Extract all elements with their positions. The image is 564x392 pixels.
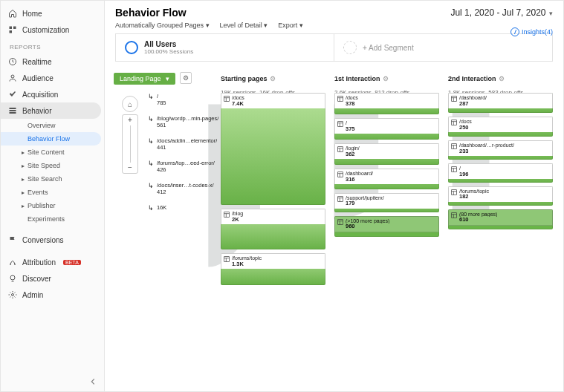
landing-item[interactable]: ↳/docs/addin…elementor/441 (148, 137, 218, 151)
page-icon (337, 146, 343, 152)
node-value: 250 (459, 125, 472, 131)
svg-point-9 (15, 264, 16, 265)
node-value: 1.3K (232, 261, 262, 267)
landing-item-value: 785 (157, 99, 166, 106)
landing-item[interactable]: ↳/docs/inser…t-codes-x/412 (148, 182, 218, 195)
column-settings-button[interactable]: ⚙ (499, 75, 505, 82)
sidebar-item-realtime[interactable]: Realtime (1, 53, 101, 70)
segment-all-users[interactable]: All Users 100.00% Sessions (116, 34, 334, 61)
behavior-flow-chart[interactable]: Landing Page ▾ ⚙ ⌂ + − ↳/785↳/blog/wordp… (105, 66, 563, 391)
column-settings-button[interactable]: ⚙ (383, 75, 389, 82)
landing-item[interactable]: ↳/785 (148, 93, 218, 106)
flow-node[interactable]: (80 more pages)610 (448, 209, 553, 229)
sidebar-sub-publisher[interactable]: ▸Publisher (1, 199, 101, 212)
zoom-slider[interactable]: + − (122, 114, 138, 174)
column-title: 1st Interaction (334, 75, 380, 82)
insights-button[interactable]: Insights(4) (510, 27, 553, 36)
flow-node[interactable]: /support/jupiterx/179 (334, 193, 439, 212)
flow-node[interactable]: /dashboard/316 (334, 169, 439, 189)
node-value: 7.4K (232, 101, 244, 107)
landing-item[interactable]: ↳16K (148, 204, 218, 212)
page-icon (451, 96, 457, 102)
page-icon (451, 166, 457, 172)
page-icon (224, 256, 230, 262)
column-second-interaction: 2nd Interaction⚙1.8K sessions, 583 drop-… (448, 71, 559, 391)
user-icon (8, 74, 17, 82)
insights-icon (510, 27, 519, 36)
sidebar-item-label: Conversions (22, 236, 64, 244)
sidebar-sub-site-speed[interactable]: ▸Site Speed (1, 159, 101, 172)
landing-page-dropdown[interactable]: Landing Page ▾ (114, 73, 175, 85)
node-value: 2K (232, 217, 243, 223)
page-icon (224, 96, 230, 102)
sidebar-item-label: Customization (22, 26, 69, 34)
flow-node[interactable]: /dashboard/287 (448, 93, 553, 113)
landing-item[interactable]: ↳/blog/wordp…min-pages/561 (148, 115, 218, 128)
date-range-picker[interactable]: Jul 1, 2020 - Jul 7, 2020 ▾ (450, 7, 553, 18)
sidebar-item-behavior[interactable]: Behavior (1, 102, 101, 119)
chevron-left-icon (88, 376, 98, 387)
flow-node[interactable]: /login/362 (334, 143, 439, 165)
export-dropdown[interactable]: Export ▾ (278, 22, 303, 29)
sidebar-item-conversions[interactable]: Conversions (1, 232, 101, 248)
grouping-dropdown[interactable]: Automatically Grouped Pages ▾ (115, 22, 210, 29)
segment-add-icon (343, 41, 357, 54)
sidebar-item-label: Admin (22, 291, 43, 299)
toolbar-label: Export (278, 22, 297, 29)
segment-ring-icon (125, 41, 138, 54)
svg-rect-18 (224, 257, 230, 262)
flow-node[interactable]: /docs7.4K (221, 93, 325, 205)
landing-item[interactable]: ↳/forums/top…eed-error/426 (148, 160, 218, 173)
gear-icon (8, 290, 17, 299)
segment-add[interactable]: + Add Segment (334, 34, 552, 61)
landing-settings-button[interactable]: ⚙ (180, 72, 192, 84)
dashboard-icon (8, 25, 17, 34)
flow-node[interactable]: /docs378 (334, 93, 439, 114)
sidebar-item-admin[interactable]: Admin (1, 287, 101, 303)
landing-item-value: 426 (157, 166, 215, 173)
svg-rect-2 (10, 30, 13, 33)
column-starting-pages: Starting pages⚙19K sessions, 16K drop-of… (221, 71, 331, 391)
sidebar-sub-site-content[interactable]: ▸Site Content (1, 146, 101, 159)
sidebar-sub-overview[interactable]: Overview (1, 119, 101, 132)
sidebar-sub-site-search[interactable]: ▸Site Search (1, 172, 101, 186)
sidebar-sub-behavior-flow[interactable]: Behavior Flow (1, 132, 101, 146)
flag-icon (8, 235, 17, 244)
sidebar-item-attribution[interactable]: Attribution BETA (1, 254, 101, 270)
sidebar-sub-label: Site Speed (27, 162, 60, 169)
flow-node[interactable]: /docs250 (448, 117, 553, 137)
sidebar-item-label: Discover (22, 275, 51, 283)
sidebar-item-acquisition[interactable]: Acquisition (1, 86, 101, 102)
chevron-down-icon: ▾ (166, 75, 169, 82)
plus-icon: + (128, 117, 132, 124)
home-icon: ⌂ (128, 100, 132, 108)
flow-node[interactable]: /375 (334, 118, 439, 140)
zoom-controls: ⌂ + − (120, 96, 140, 174)
column-settings-button[interactable]: ⚙ (270, 75, 276, 82)
svg-rect-33 (338, 196, 343, 201)
node-value: 378 (346, 101, 358, 107)
sidebar-item-customization[interactable]: Customization (1, 22, 101, 38)
bulb-icon (8, 274, 17, 283)
svg-rect-54 (452, 212, 457, 218)
page-icon (451, 120, 457, 125)
node-value: 182 (459, 194, 489, 200)
flow-node[interactable]: /forums/topic1.3K (221, 253, 325, 285)
sidebar-sub-events[interactable]: ▸Events (1, 186, 101, 199)
sidebar-sub-experiments[interactable]: Experiments (1, 212, 101, 226)
flow-node[interactable]: /196 (448, 163, 553, 183)
sidebar-item-discover[interactable]: Discover (1, 270, 101, 287)
flow-node[interactable]: (>100 more pages)960 (334, 216, 439, 237)
level-of-detail-dropdown[interactable]: Level of Detail ▾ (220, 22, 268, 29)
landing-page-label: Landing Page (120, 75, 161, 82)
sidebar-sub-label: Site Search (27, 175, 62, 183)
flow-node[interactable]: /blog2K (221, 209, 325, 249)
sidebar-item-audience[interactable]: Audience (1, 70, 101, 86)
collapse-sidebar-button[interactable] (88, 376, 98, 388)
flow-node[interactable]: /dashboard/…r-product/233 (448, 140, 553, 160)
svg-rect-1 (13, 27, 16, 30)
home-zoom-button[interactable]: ⌂ (122, 96, 138, 112)
svg-rect-7 (10, 112, 16, 114)
flow-node[interactable]: /forums/topic182 (448, 186, 553, 206)
sidebar-item-home[interactable]: Home (1, 5, 101, 22)
